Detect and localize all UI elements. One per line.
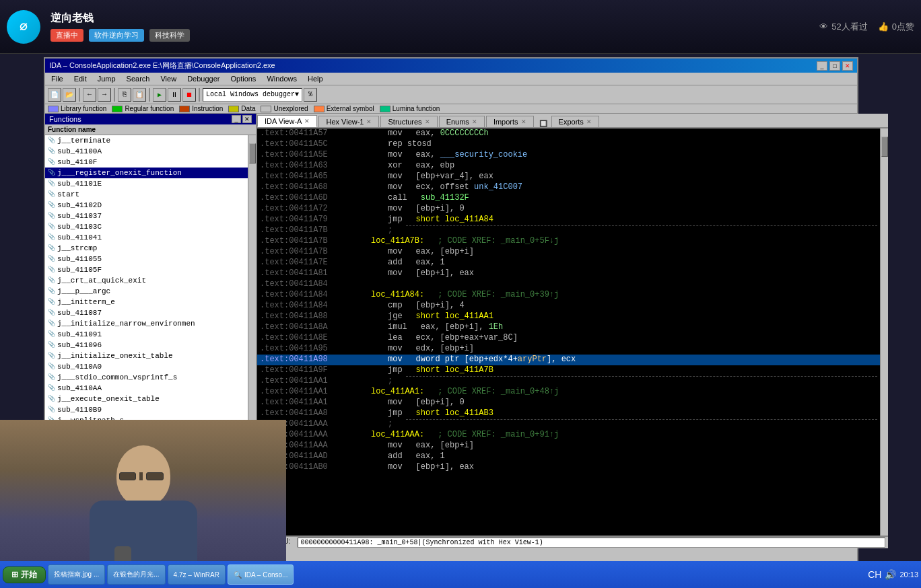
person-glasses [119,472,168,480]
glasses-right [146,472,163,480]
legend-instruction-color [179,106,190,112]
func-item[interactable]: 📎j__crt_at_quick_exit [45,275,248,286]
toolbar-back[interactable]: ← [83,88,96,102]
func-item[interactable]: 📎j__initialize_onexit_table [45,351,248,361]
taskbar-btn-1-label: 投稿指南.jpg ... [54,570,99,579]
func-item[interactable]: 📎sub_411037 [45,211,248,221]
titlebar-buttons: _ □ ✕ [817,61,853,71]
code-line: .text:00411A7B loc_411A7B: ; CODE XREF: … [257,236,880,247]
func-item[interactable]: 📎j___p___argc [45,286,248,297]
toolbar-open[interactable]: 📂 [63,88,76,102]
menu-options[interactable]: Options [225,73,261,84]
menu-view[interactable]: View [155,73,182,84]
func-item[interactable]: 📎j__terminate [45,135,248,146]
tab-ida-view-close[interactable]: ✕ [304,118,310,124]
toolbar-copy[interactable]: ⎘ [118,88,131,102]
menu-windows[interactable]: Windows [261,73,302,84]
code-scrollbar[interactable] [880,128,888,536]
toolbar-pause[interactable]: ⏸ [168,88,181,102]
tab-exports[interactable]: Exports ✕ [551,116,599,127]
tab-structures[interactable]: Structures ✕ [380,116,437,127]
func-item[interactable]: 📎j__initialize_narrow_environmen [45,318,248,329]
taskbar-btn-1[interactable]: 投稿指南.jpg ... [48,564,105,585]
func-icon: 📎 [48,200,55,211]
taskbar-btn-4[interactable]: 🔍 IDA – Conso... [228,564,294,585]
func-item[interactable]: 📎j___stdio_common_vsprintf_s [45,372,248,383]
func-item[interactable]: 📎sub_4110B9 [45,404,248,415]
func-icon: 📎 [48,394,55,404]
func-item[interactable]: 📎j__initterm_e [45,297,248,307]
toolbar-sep2 [114,88,115,102]
right-panel: IDA View-A ✕ Hex View-1 ✕ Structures ✕ E… [257,114,888,548]
channel-logo[interactable]: ∅ [7,10,40,44]
channel-tags: 直播中 软件逆向学习 科技科学 [50,29,190,42]
tab-enums[interactable]: Enums ✕ [439,116,485,127]
tab-ida-view[interactable]: IDA View-A ✕ [257,115,317,127]
minimize-button[interactable]: _ [817,61,827,71]
code-view[interactable]: .text:00411A57 mov eax, 0CCCCCCCCh .text… [257,128,880,536]
tab-exports-label: Exports [559,118,584,126]
func-icon: 📎 [48,232,55,243]
toolbar-new[interactable]: 📄 [48,88,61,102]
tray-audio-icon: 🔊 [885,569,896,580]
tab-structures-close[interactable]: ✕ [425,118,430,125]
tab-imports-close[interactable]: ✕ [521,118,526,125]
toolbar-paste[interactable]: 📋 [133,88,146,102]
toolbar-forward[interactable]: → [98,88,111,102]
maximize-button[interactable]: □ [829,61,840,71]
taskbar-btn-2-label: 在银色的月光... [113,570,159,579]
close-button[interactable]: ✕ [842,61,853,71]
tab-enums-close[interactable]: ✕ [472,118,477,125]
functions-panel-minimize[interactable]: _ [232,115,241,123]
code-line: .text:00411A7B mov eax, [ebp+i] [257,247,880,258]
func-item[interactable]: 📎sub_41103C [45,221,248,232]
func-item[interactable]: 📎sub_411096 [45,340,248,351]
taskbar-btn-3[interactable]: 4.7z – WinRAR [168,564,226,585]
menu-file[interactable]: File [46,73,69,84]
func-item[interactable]: 📎sub_41102D [45,200,248,211]
windows-logo: ⊞ [11,570,18,579]
func-item[interactable]: 📎start [45,189,248,200]
menu-debugger[interactable]: Debugger [182,73,225,84]
legend-external-color [314,106,325,112]
menu-edit[interactable]: Edit [69,73,92,84]
func-item[interactable]: 📎sub_4110A0 [45,361,248,372]
func-item[interactable]: 📎j__execute_onexit_table [45,394,248,404]
func-icon: 📎 [48,189,55,200]
func-item[interactable]: 📎sub_41101E [45,178,248,189]
func-item[interactable]: 📎sub_41100A [45,146,248,157]
code-line: .text:00411A72 mov [ebp+i], 0 [257,204,880,215]
category-tag2: 科技科学 [149,29,190,42]
taskbar-btn-2[interactable]: 在银色的月光... [107,564,165,585]
start-button[interactable]: ⊞ 开始 [3,566,46,583]
toolbar-play[interactable]: ▶ [153,88,166,102]
tab-exports-close[interactable]: ✕ [586,118,592,125]
func-item[interactable]: 📎sub_411041 [45,232,248,243]
func-item[interactable]: 📎sub_411091 [45,329,248,340]
functions-scrollbar-thumb[interactable] [249,143,256,163]
func-icon: 📎 [48,221,55,232]
tab-hex-view-close[interactable]: ✕ [366,118,372,125]
func-item-selected[interactable]: 📎j___register_onexit_function [45,168,248,178]
tab-hex-view[interactable]: Hex View-1 ✕ [318,116,379,127]
menu-search[interactable]: Search [121,73,156,84]
legend-unexplored-color [261,106,271,112]
legend-data-color [228,106,239,112]
toolbar-stop[interactable]: ⏹ [182,88,196,102]
func-item[interactable]: 📎sub_41105F [45,264,248,275]
func-item[interactable]: 📎sub_411087 [45,307,248,318]
menu-jump[interactable]: Jump [92,73,121,84]
functions-panel-close[interactable]: ✕ [242,115,252,123]
func-item[interactable]: 📎sub_4110AA [45,383,248,394]
func-item[interactable]: 📎sub_4110F [45,157,248,168]
func-item[interactable]: 📎j__strcmp [45,243,248,254]
debugger-dropdown[interactable]: Local Windows debugger ▼ [203,88,302,102]
func-item[interactable]: 📎sub_411055 [45,254,248,264]
toolbar-pct[interactable]: % [304,88,317,102]
menu-help[interactable]: Help [302,73,329,84]
ida-status-bar: Line AU: 00000000000411A98: _main_0+58|(… [257,536,888,548]
code-scrollbar-thumb[interactable] [881,137,888,157]
tab-imports[interactable]: Imports ✕ [486,116,534,127]
glasses-bridge [139,472,143,480]
code-line: .text:00411A7B ; [257,225,880,236]
